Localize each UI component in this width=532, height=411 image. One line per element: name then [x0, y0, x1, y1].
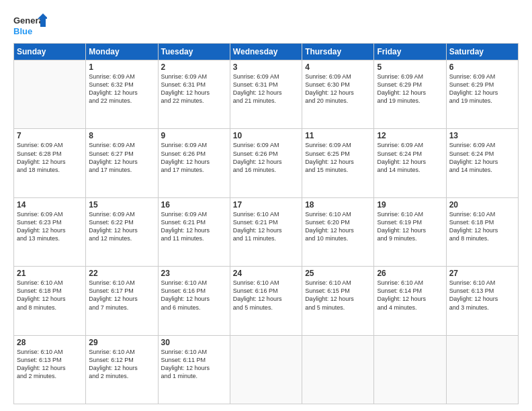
calendar-cell: 14Sunrise: 6:09 AM Sunset: 6:23 PM Dayli…: [14, 197, 86, 266]
day-info: Sunrise: 6:10 AM Sunset: 6:19 PM Dayligh…: [377, 210, 443, 243]
day-info: Sunrise: 6:10 AM Sunset: 6:16 PM Dayligh…: [233, 279, 299, 312]
day-info: Sunrise: 6:09 AM Sunset: 6:24 PM Dayligh…: [377, 141, 443, 174]
day-info: Sunrise: 6:09 AM Sunset: 6:28 PM Dayligh…: [17, 141, 83, 174]
day-info: Sunrise: 6:10 AM Sunset: 6:13 PM Dayligh…: [449, 279, 515, 312]
day-number: 16: [161, 200, 227, 210]
calendar-cell: 22Sunrise: 6:10 AM Sunset: 6:17 PM Dayli…: [86, 267, 158, 335]
day-info: Sunrise: 6:09 AM Sunset: 6:32 PM Dayligh…: [89, 73, 154, 105]
day-info: Sunrise: 6:09 AM Sunset: 6:25 PM Dayligh…: [305, 141, 371, 174]
day-number: 22: [89, 269, 154, 278]
calendar-cell: 1Sunrise: 6:09 AM Sunset: 6:32 PM Daylig…: [86, 60, 158, 129]
day-info: Sunrise: 6:10 AM Sunset: 6:16 PM Dayligh…: [161, 279, 227, 312]
header-thursday: Thursday: [302, 44, 374, 60]
day-number: 23: [161, 269, 227, 278]
day-number: 17: [233, 200, 299, 210]
day-info: Sunrise: 6:10 AM Sunset: 6:21 PM Dayligh…: [233, 210, 299, 243]
header-tuesday: Tuesday: [158, 44, 230, 60]
calendar-cell: 30Sunrise: 6:10 AM Sunset: 6:11 PM Dayli…: [158, 335, 230, 404]
day-number: 20: [449, 200, 515, 210]
day-number: 4: [305, 62, 371, 72]
calendar-cell: 4Sunrise: 6:09 AM Sunset: 6:30 PM Daylig…: [302, 60, 374, 129]
calendar-cell: 23Sunrise: 6:10 AM Sunset: 6:16 PM Dayli…: [158, 267, 230, 335]
calendar-cell: 8Sunrise: 6:09 AM Sunset: 6:27 PM Daylig…: [86, 129, 158, 197]
calendar-cell: 20Sunrise: 6:10 AM Sunset: 6:18 PM Dayli…: [446, 197, 518, 266]
day-info: Sunrise: 6:09 AM Sunset: 6:26 PM Dayligh…: [161, 141, 227, 174]
day-number: 18: [305, 200, 371, 210]
calendar-cell: 28Sunrise: 6:10 AM Sunset: 6:13 PM Dayli…: [14, 335, 86, 404]
calendar-cell: 12Sunrise: 6:09 AM Sunset: 6:24 PM Dayli…: [374, 129, 446, 197]
calendar-cell: 24Sunrise: 6:10 AM Sunset: 6:16 PM Dayli…: [230, 267, 302, 335]
day-number: 14: [17, 200, 83, 210]
calendar-cell: 13Sunrise: 6:09 AM Sunset: 6:24 PM Dayli…: [446, 129, 518, 197]
day-info: Sunrise: 6:09 AM Sunset: 6:21 PM Dayligh…: [161, 210, 227, 243]
day-number: 5: [377, 62, 443, 72]
day-info: Sunrise: 6:09 AM Sunset: 6:24 PM Dayligh…: [449, 141, 515, 174]
header-monday: Monday: [86, 44, 158, 60]
day-number: 21: [17, 269, 83, 278]
day-number: 25: [305, 269, 371, 278]
day-info: Sunrise: 6:09 AM Sunset: 6:29 PM Dayligh…: [377, 73, 443, 105]
calendar-cell: 17Sunrise: 6:10 AM Sunset: 6:21 PM Dayli…: [230, 197, 302, 266]
day-number: 6: [449, 62, 515, 72]
day-info: Sunrise: 6:09 AM Sunset: 6:31 PM Dayligh…: [161, 73, 227, 105]
header-friday: Friday: [374, 44, 446, 60]
day-number: 2: [161, 62, 227, 72]
calendar-cell: 18Sunrise: 6:10 AM Sunset: 6:20 PM Dayli…: [302, 197, 374, 266]
week-row-3: 14Sunrise: 6:09 AM Sunset: 6:23 PM Dayli…: [14, 197, 519, 266]
calendar-cell: [374, 335, 446, 404]
day-info: Sunrise: 6:10 AM Sunset: 6:15 PM Dayligh…: [305, 279, 371, 312]
calendar-cell: 19Sunrise: 6:10 AM Sunset: 6:19 PM Dayli…: [374, 197, 446, 266]
day-info: Sunrise: 6:10 AM Sunset: 6:18 PM Dayligh…: [449, 210, 515, 243]
calendar-cell: 3Sunrise: 6:09 AM Sunset: 6:31 PM Daylig…: [230, 60, 302, 129]
day-info: Sunrise: 6:09 AM Sunset: 6:30 PM Dayligh…: [305, 73, 371, 105]
week-row-1: 1Sunrise: 6:09 AM Sunset: 6:32 PM Daylig…: [14, 60, 519, 129]
day-number: 29: [89, 338, 154, 347]
day-info: Sunrise: 6:10 AM Sunset: 6:11 PM Dayligh…: [161, 348, 227, 381]
day-info: Sunrise: 6:09 AM Sunset: 6:29 PM Dayligh…: [449, 73, 515, 105]
day-number: 13: [449, 131, 515, 140]
page: General Blue SundayMondayTuesdayWednesda…: [0, 0, 532, 411]
logo-svg: General Blue: [13, 12, 47, 38]
header-wednesday: Wednesday: [230, 44, 302, 60]
calendar-cell: 10Sunrise: 6:09 AM Sunset: 6:26 PM Dayli…: [230, 129, 302, 197]
day-info: Sunrise: 6:10 AM Sunset: 6:12 PM Dayligh…: [89, 348, 154, 381]
calendar-cell: 7Sunrise: 6:09 AM Sunset: 6:28 PM Daylig…: [14, 129, 86, 197]
day-number: 9: [161, 131, 227, 140]
day-info: Sunrise: 6:10 AM Sunset: 6:14 PM Dayligh…: [377, 279, 443, 312]
week-row-2: 7Sunrise: 6:09 AM Sunset: 6:28 PM Daylig…: [14, 129, 519, 197]
day-number: 7: [17, 131, 83, 140]
calendar-cell: [14, 60, 86, 129]
day-number: 12: [377, 131, 443, 140]
day-number: 19: [377, 200, 443, 210]
week-row-4: 21Sunrise: 6:10 AM Sunset: 6:18 PM Dayli…: [14, 267, 519, 335]
day-number: 24: [233, 269, 299, 278]
day-number: 28: [17, 338, 83, 347]
week-row-5: 28Sunrise: 6:10 AM Sunset: 6:13 PM Dayli…: [14, 335, 519, 404]
day-info: Sunrise: 6:10 AM Sunset: 6:18 PM Dayligh…: [17, 279, 83, 312]
calendar-cell: 25Sunrise: 6:10 AM Sunset: 6:15 PM Dayli…: [302, 267, 374, 335]
calendar-cell: 5Sunrise: 6:09 AM Sunset: 6:29 PM Daylig…: [374, 60, 446, 129]
day-number: 3: [233, 62, 299, 72]
header-sunday: Sunday: [14, 44, 86, 60]
day-info: Sunrise: 6:09 AM Sunset: 6:26 PM Dayligh…: [233, 141, 299, 174]
calendar-cell: 16Sunrise: 6:09 AM Sunset: 6:21 PM Dayli…: [158, 197, 230, 266]
calendar-cell: [446, 335, 518, 404]
calendar-cell: 11Sunrise: 6:09 AM Sunset: 6:25 PM Dayli…: [302, 129, 374, 197]
day-info: Sunrise: 6:09 AM Sunset: 6:22 PM Dayligh…: [89, 210, 154, 243]
day-info: Sunrise: 6:10 AM Sunset: 6:17 PM Dayligh…: [89, 279, 154, 312]
day-number: 10: [233, 131, 299, 140]
day-number: 15: [89, 200, 154, 210]
day-number: 1: [89, 62, 154, 72]
day-number: 27: [449, 269, 515, 278]
day-info: Sunrise: 6:09 AM Sunset: 6:27 PM Dayligh…: [89, 141, 154, 174]
svg-text:Blue: Blue: [13, 26, 32, 36]
day-number: 11: [305, 131, 371, 140]
calendar-cell: [230, 335, 302, 404]
logo: General Blue: [13, 12, 47, 38]
calendar-cell: 29Sunrise: 6:10 AM Sunset: 6:12 PM Dayli…: [86, 335, 158, 404]
day-number: 30: [161, 338, 227, 347]
calendar-cell: 21Sunrise: 6:10 AM Sunset: 6:18 PM Dayli…: [14, 267, 86, 335]
calendar-cell: 6Sunrise: 6:09 AM Sunset: 6:29 PM Daylig…: [446, 60, 518, 129]
header-saturday: Saturday: [446, 44, 518, 60]
day-number: 8: [89, 131, 154, 140]
